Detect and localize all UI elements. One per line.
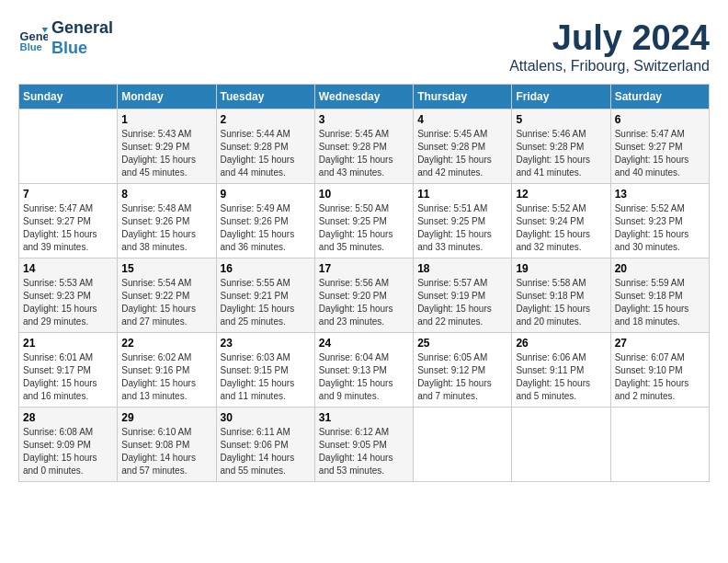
- calendar-day-cell: 18Sunrise: 5:57 AMSunset: 9:19 PMDayligh…: [414, 259, 512, 333]
- calendar-day-cell: 3Sunrise: 5:45 AMSunset: 9:28 PMDaylight…: [314, 109, 413, 184]
- calendar-day-cell: 1Sunrise: 5:43 AMSunset: 9:29 PMDaylight…: [118, 109, 216, 184]
- daylight-text: Daylight: 14 hours and 53 minutes.: [319, 452, 409, 477]
- calendar-day-cell: [414, 408, 512, 482]
- daylight-text: Daylight: 15 hours and 5 minutes.: [516, 377, 606, 403]
- calendar-week-row: 28Sunrise: 6:08 AMSunset: 9:09 PMDayligh…: [19, 408, 710, 482]
- day-info: Sunrise: 5:55 AMSunset: 9:21 PMDaylight:…: [221, 277, 311, 328]
- day-number: 24: [319, 337, 409, 350]
- day-number: 25: [417, 337, 507, 350]
- sunset-text: Sunset: 9:24 PM: [516, 215, 606, 228]
- day-info: Sunrise: 5:47 AMSunset: 9:27 PMDaylight:…: [23, 202, 113, 254]
- weekday-header-cell: Tuesday: [216, 85, 314, 109]
- sunrise-text: Sunrise: 6:03 AM: [221, 351, 311, 364]
- sunset-text: Sunset: 9:13 PM: [319, 364, 409, 377]
- sunrise-text: Sunrise: 6:01 AM: [23, 351, 113, 364]
- sunrise-text: Sunrise: 5:45 AM: [417, 128, 507, 141]
- sunset-text: Sunset: 9:28 PM: [221, 141, 311, 154]
- sunrise-text: Sunrise: 6:12 AM: [319, 426, 409, 439]
- sunset-text: Sunset: 9:23 PM: [23, 290, 113, 303]
- day-number: 31: [319, 411, 409, 424]
- day-info: Sunrise: 6:12 AMSunset: 9:05 PMDaylight:…: [319, 426, 409, 477]
- daylight-text: Daylight: 15 hours and 22 minutes.: [417, 303, 507, 328]
- sunset-text: Sunset: 9:15 PM: [221, 364, 311, 377]
- day-info: Sunrise: 6:08 AMSunset: 9:09 PMDaylight:…: [23, 426, 113, 477]
- day-info: Sunrise: 5:58 AMSunset: 9:18 PMDaylight:…: [516, 277, 606, 328]
- day-number: 13: [615, 188, 705, 201]
- sunset-text: Sunset: 9:28 PM: [417, 141, 507, 154]
- calendar-day-cell: 21Sunrise: 6:01 AMSunset: 9:17 PMDayligh…: [19, 333, 118, 408]
- calendar-body: 1Sunrise: 5:43 AMSunset: 9:29 PMDaylight…: [19, 109, 710, 482]
- day-number: 15: [121, 262, 211, 275]
- weekday-header-cell: Monday: [118, 85, 216, 109]
- daylight-text: Daylight: 15 hours and 40 minutes.: [615, 154, 705, 179]
- day-info: Sunrise: 5:44 AMSunset: 9:28 PMDaylight:…: [221, 128, 311, 179]
- weekday-header-cell: Saturday: [610, 85, 709, 109]
- weekday-header-cell: Thursday: [414, 85, 512, 109]
- day-info: Sunrise: 5:45 AMSunset: 9:28 PMDaylight:…: [417, 128, 507, 179]
- day-number: 3: [319, 113, 409, 126]
- day-number: 22: [121, 337, 211, 350]
- daylight-text: Daylight: 15 hours and 11 minutes.: [221, 377, 311, 403]
- day-info: Sunrise: 6:11 AMSunset: 9:06 PMDaylight:…: [221, 426, 311, 477]
- sunset-text: Sunset: 9:29 PM: [121, 141, 211, 154]
- weekday-header-cell: Wednesday: [314, 85, 413, 109]
- day-number: 4: [417, 113, 507, 126]
- calendar-day-cell: 7Sunrise: 5:47 AMSunset: 9:27 PMDaylight…: [19, 184, 118, 259]
- day-number: 27: [615, 337, 705, 350]
- sunrise-text: Sunrise: 5:57 AM: [417, 277, 507, 290]
- calendar-day-cell: 13Sunrise: 5:52 AMSunset: 9:23 PMDayligh…: [610, 184, 709, 259]
- day-number: 29: [121, 411, 211, 424]
- sunset-text: Sunset: 9:26 PM: [221, 215, 311, 228]
- sunset-text: Sunset: 9:25 PM: [319, 215, 409, 228]
- day-info: Sunrise: 5:59 AMSunset: 9:18 PMDaylight:…: [615, 277, 705, 328]
- day-info: Sunrise: 5:52 AMSunset: 9:24 PMDaylight:…: [516, 202, 606, 254]
- day-number: 11: [417, 188, 507, 201]
- sunset-text: Sunset: 9:19 PM: [417, 290, 507, 303]
- daylight-text: Daylight: 15 hours and 35 minutes.: [319, 228, 409, 254]
- calendar-day-cell: 27Sunrise: 6:07 AMSunset: 9:10 PMDayligh…: [610, 333, 709, 408]
- day-number: 5: [516, 113, 606, 126]
- daylight-text: Daylight: 15 hours and 44 minutes.: [221, 154, 311, 179]
- calendar-day-cell: 19Sunrise: 5:58 AMSunset: 9:18 PMDayligh…: [512, 259, 610, 333]
- sunset-text: Sunset: 9:11 PM: [516, 364, 606, 377]
- calendar-day-cell: 9Sunrise: 5:49 AMSunset: 9:26 PMDaylight…: [216, 184, 314, 259]
- day-number: 30: [221, 411, 311, 424]
- sunrise-text: Sunrise: 5:56 AM: [319, 277, 409, 290]
- calendar-day-cell: [610, 408, 709, 482]
- logo-icon: General Blue: [18, 24, 48, 53]
- calendar-day-cell: 31Sunrise: 6:12 AMSunset: 9:05 PMDayligh…: [314, 408, 413, 482]
- daylight-text: Daylight: 15 hours and 25 minutes.: [221, 303, 311, 328]
- calendar-day-cell: 24Sunrise: 6:04 AMSunset: 9:13 PMDayligh…: [314, 333, 413, 408]
- daylight-text: Daylight: 15 hours and 2 minutes.: [615, 377, 705, 403]
- calendar-day-cell: 28Sunrise: 6:08 AMSunset: 9:09 PMDayligh…: [19, 408, 118, 482]
- day-number: 23: [221, 337, 311, 350]
- calendar-day-cell: 12Sunrise: 5:52 AMSunset: 9:24 PMDayligh…: [512, 184, 610, 259]
- calendar-day-cell: 6Sunrise: 5:47 AMSunset: 9:27 PMDaylight…: [610, 109, 709, 184]
- sunrise-text: Sunrise: 5:48 AM: [121, 202, 211, 215]
- day-info: Sunrise: 5:45 AMSunset: 9:28 PMDaylight:…: [319, 128, 409, 179]
- day-info: Sunrise: 5:49 AMSunset: 9:26 PMDaylight:…: [221, 202, 311, 254]
- logo: General Blue General Blue: [18, 18, 113, 58]
- daylight-text: Daylight: 15 hours and 29 minutes.: [23, 303, 113, 328]
- calendar-title: July 2024: [509, 18, 710, 58]
- daylight-text: Daylight: 15 hours and 23 minutes.: [319, 303, 409, 328]
- day-info: Sunrise: 5:51 AMSunset: 9:25 PMDaylight:…: [417, 202, 507, 254]
- sunset-text: Sunset: 9:28 PM: [319, 141, 409, 154]
- calendar-day-cell: 22Sunrise: 6:02 AMSunset: 9:16 PMDayligh…: [118, 333, 216, 408]
- day-info: Sunrise: 5:50 AMSunset: 9:25 PMDaylight:…: [319, 202, 409, 254]
- sunrise-text: Sunrise: 5:50 AM: [319, 202, 409, 215]
- calendar-day-cell: [19, 109, 118, 184]
- day-info: Sunrise: 5:57 AMSunset: 9:19 PMDaylight:…: [417, 277, 507, 328]
- day-info: Sunrise: 6:03 AMSunset: 9:15 PMDaylight:…: [221, 351, 311, 403]
- day-number: 26: [516, 337, 606, 350]
- day-number: 20: [615, 262, 705, 275]
- title-area: July 2024 Attalens, Fribourg, Switzerlan…: [509, 18, 710, 75]
- sunset-text: Sunset: 9:21 PM: [221, 290, 311, 303]
- calendar-day-cell: 17Sunrise: 5:56 AMSunset: 9:20 PMDayligh…: [314, 259, 413, 333]
- daylight-text: Daylight: 15 hours and 7 minutes.: [417, 377, 507, 403]
- calendar-day-cell: 29Sunrise: 6:10 AMSunset: 9:08 PMDayligh…: [118, 408, 216, 482]
- sunset-text: Sunset: 9:06 PM: [221, 439, 311, 452]
- calendar-day-cell: 4Sunrise: 5:45 AMSunset: 9:28 PMDaylight…: [414, 109, 512, 184]
- daylight-text: Daylight: 15 hours and 9 minutes.: [319, 377, 409, 403]
- sunset-text: Sunset: 9:25 PM: [417, 215, 507, 228]
